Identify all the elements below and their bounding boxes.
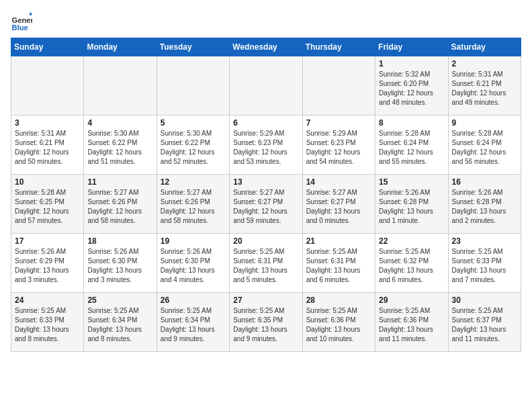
day-info: Sunrise: 5:31 AM Sunset: 6:21 PM Dayligh… [15,129,80,167]
day-info: Sunrise: 5:26 AM Sunset: 6:30 PM Dayligh… [87,247,152,285]
day-number: 18 [87,236,152,246]
day-info: Sunrise: 5:25 AM Sunset: 6:37 PM Dayligh… [452,306,517,344]
day-number: 4 [87,118,152,128]
day-info: Sunrise: 5:27 AM Sunset: 6:26 PM Dayligh… [87,188,152,226]
calendar-cell-w1d0: 3Sunrise: 5:31 AM Sunset: 6:21 PM Daylig… [11,116,84,175]
day-number: 14 [306,177,371,187]
day-info: Sunrise: 5:26 AM Sunset: 6:28 PM Dayligh… [379,188,444,226]
calendar-cell-w4d2: 26Sunrise: 5:25 AM Sunset: 6:34 PM Dayli… [157,293,229,352]
day-number: 12 [161,177,226,187]
day-number: 13 [233,177,298,187]
day-number: 25 [87,295,152,305]
calendar-cell-w3d1: 18Sunrise: 5:26 AM Sunset: 6:30 PM Dayli… [84,234,157,293]
day-number: 21 [306,236,371,246]
day-info: Sunrise: 5:25 AM Sunset: 6:31 PM Dayligh… [306,247,371,285]
calendar-cell-w3d0: 17Sunrise: 5:26 AM Sunset: 6:29 PM Dayli… [11,234,84,293]
calendar-cell-w2d3: 13Sunrise: 5:27 AM Sunset: 6:27 PM Dayli… [230,175,302,234]
day-info: Sunrise: 5:28 AM Sunset: 6:25 PM Dayligh… [15,188,80,226]
day-info: Sunrise: 5:25 AM Sunset: 6:31 PM Dayligh… [233,247,298,285]
day-number: 16 [452,177,517,187]
weekday-header-friday: Friday [375,38,448,56]
calendar-cell-w2d4: 14Sunrise: 5:27 AM Sunset: 6:27 PM Dayli… [302,175,375,234]
day-number: 11 [87,177,152,187]
calendar-cell-w3d2: 19Sunrise: 5:26 AM Sunset: 6:30 PM Dayli… [157,234,229,293]
logo: General Blue [11,11,35,32]
weekday-header-monday: Monday [84,38,157,56]
day-number: 24 [15,295,80,305]
calendar-cell-w4d4: 28Sunrise: 5:25 AM Sunset: 6:36 PM Dayli… [302,293,375,352]
day-number: 10 [15,177,80,187]
day-number: 29 [379,295,444,305]
day-info: Sunrise: 5:27 AM Sunset: 6:26 PM Dayligh… [161,188,226,226]
day-number: 6 [233,118,298,128]
day-number: 20 [233,236,298,246]
day-number: 3 [15,118,80,128]
day-number: 26 [161,295,226,305]
calendar-cell-w3d6: 23Sunrise: 5:25 AM Sunset: 6:33 PM Dayli… [448,234,521,293]
calendar-table: SundayMondayTuesdayWednesdayThursdayFrid… [11,38,521,352]
day-info: Sunrise: 5:25 AM Sunset: 6:34 PM Dayligh… [161,306,226,344]
day-number: 22 [379,236,444,246]
calendar-cell-w4d0: 24Sunrise: 5:25 AM Sunset: 6:33 PM Dayli… [11,293,84,352]
calendar-cell-w4d3: 27Sunrise: 5:25 AM Sunset: 6:35 PM Dayli… [230,293,302,352]
calendar-cell-w0d1 [84,56,157,116]
calendar-cell-w3d5: 22Sunrise: 5:25 AM Sunset: 6:32 PM Dayli… [375,234,448,293]
day-info: Sunrise: 5:27 AM Sunset: 6:27 PM Dayligh… [306,188,371,226]
day-number: 7 [306,118,371,128]
day-info: Sunrise: 5:26 AM Sunset: 6:30 PM Dayligh… [161,247,226,285]
day-number: 1 [379,59,444,68]
header: General Blue [11,11,521,32]
day-info: Sunrise: 5:25 AM Sunset: 6:34 PM Dayligh… [87,306,152,344]
calendar-cell-w1d4: 7Sunrise: 5:29 AM Sunset: 6:23 PM Daylig… [302,116,375,175]
calendar-cell-w2d0: 10Sunrise: 5:28 AM Sunset: 6:25 PM Dayli… [11,175,84,234]
weekday-header-saturday: Saturday [448,38,521,56]
calendar-cell-w0d0 [11,56,84,116]
calendar-cell-w2d2: 12Sunrise: 5:27 AM Sunset: 6:26 PM Dayli… [157,175,229,234]
day-info: Sunrise: 5:29 AM Sunset: 6:23 PM Dayligh… [233,129,298,167]
calendar-cell-w0d5: 1Sunrise: 5:32 AM Sunset: 6:20 PM Daylig… [375,56,448,116]
day-info: Sunrise: 5:25 AM Sunset: 6:35 PM Dayligh… [233,306,298,344]
day-info: Sunrise: 5:26 AM Sunset: 6:29 PM Dayligh… [15,247,80,285]
day-number: 15 [379,177,444,187]
day-number: 17 [15,236,80,246]
day-info: Sunrise: 5:30 AM Sunset: 6:22 PM Dayligh… [87,129,152,167]
day-number: 19 [161,236,226,246]
weekday-header-thursday: Thursday [302,38,375,56]
calendar-cell-w2d6: 16Sunrise: 5:26 AM Sunset: 6:28 PM Dayli… [448,175,521,234]
weekday-header-sunday: Sunday [11,38,84,56]
calendar-cell-w1d5: 8Sunrise: 5:28 AM Sunset: 6:24 PM Daylig… [375,116,448,175]
day-info: Sunrise: 5:28 AM Sunset: 6:24 PM Dayligh… [452,129,517,167]
calendar-cell-w3d4: 21Sunrise: 5:25 AM Sunset: 6:31 PM Dayli… [302,234,375,293]
calendar-cell-w4d6: 30Sunrise: 5:25 AM Sunset: 6:37 PM Dayli… [448,293,521,352]
calendar-cell-w1d2: 5Sunrise: 5:30 AM Sunset: 6:22 PM Daylig… [157,116,229,175]
day-number: 8 [379,118,444,128]
day-info: Sunrise: 5:31 AM Sunset: 6:21 PM Dayligh… [452,70,517,107]
weekday-header-wednesday: Wednesday [230,38,302,56]
day-info: Sunrise: 5:25 AM Sunset: 6:36 PM Dayligh… [379,306,444,344]
day-info: Sunrise: 5:25 AM Sunset: 6:36 PM Dayligh… [306,306,371,344]
day-info: Sunrise: 5:26 AM Sunset: 6:28 PM Dayligh… [452,188,517,226]
calendar-cell-w2d5: 15Sunrise: 5:26 AM Sunset: 6:28 PM Dayli… [375,175,448,234]
calendar-cell-w0d4 [302,56,375,116]
day-info: Sunrise: 5:27 AM Sunset: 6:27 PM Dayligh… [233,188,298,226]
day-info: Sunrise: 5:29 AM Sunset: 6:23 PM Dayligh… [306,129,371,167]
calendar-cell-w1d1: 4Sunrise: 5:30 AM Sunset: 6:22 PM Daylig… [84,116,157,175]
calendar-cell-w2d1: 11Sunrise: 5:27 AM Sunset: 6:26 PM Dayli… [84,175,157,234]
calendar-cell-w4d1: 25Sunrise: 5:25 AM Sunset: 6:34 PM Dayli… [84,293,157,352]
svg-marker-2 [29,12,32,15]
svg-text:Blue: Blue [12,24,28,32]
calendar-cell-w3d3: 20Sunrise: 5:25 AM Sunset: 6:31 PM Dayli… [230,234,302,293]
calendar-cell-w0d3 [230,56,302,116]
day-number: 28 [306,295,371,305]
day-info: Sunrise: 5:25 AM Sunset: 6:32 PM Dayligh… [379,247,444,285]
calendar-cell-w0d2 [157,56,229,116]
day-info: Sunrise: 5:28 AM Sunset: 6:24 PM Dayligh… [379,129,444,167]
day-number: 5 [161,118,226,128]
calendar-cell-w4d5: 29Sunrise: 5:25 AM Sunset: 6:36 PM Dayli… [375,293,448,352]
calendar-cell-w1d6: 9Sunrise: 5:28 AM Sunset: 6:24 PM Daylig… [448,116,521,175]
day-info: Sunrise: 5:25 AM Sunset: 6:33 PM Dayligh… [452,247,517,285]
day-number: 23 [452,236,517,246]
day-number: 2 [452,59,517,68]
day-info: Sunrise: 5:25 AM Sunset: 6:33 PM Dayligh… [15,306,80,344]
day-info: Sunrise: 5:30 AM Sunset: 6:22 PM Dayligh… [161,129,226,167]
